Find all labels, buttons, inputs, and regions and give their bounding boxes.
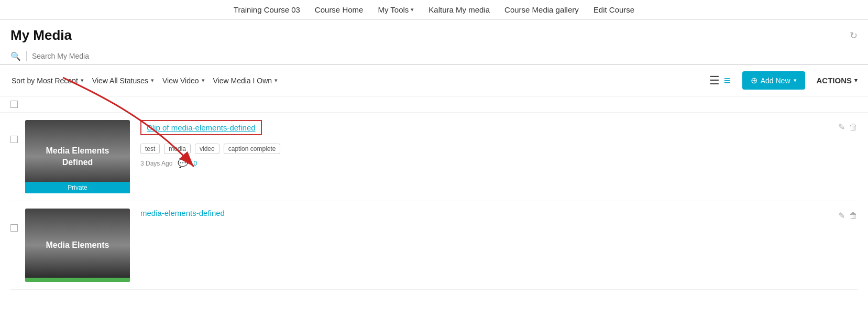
edit-icon-1[interactable]: ✎ bbox=[838, 122, 845, 132]
search-divider bbox=[26, 51, 27, 61]
nav-kaltura-my-media[interactable]: Kaltura My media bbox=[428, 5, 490, 14]
thumbnail-badge-1: Private bbox=[25, 182, 130, 193]
sort-filter[interactable]: Sort by Most Recent ▾ bbox=[10, 74, 85, 87]
nav-training-course[interactable]: Training Course 03 bbox=[234, 5, 300, 14]
comment-icon-1: 💬 bbox=[178, 158, 188, 168]
type-filter[interactable]: View Video ▾ bbox=[161, 74, 206, 87]
media-info-2: media-elements-defined bbox=[140, 209, 833, 223]
media-title-link-1[interactable]: Clip of media-elements-defined bbox=[140, 120, 262, 135]
media-thumbnail-2[interactable]: Media Elements bbox=[25, 209, 130, 282]
add-new-plus-icon: ⊕ bbox=[751, 75, 757, 85]
thumbnail-title-1: Media ElementsDefined bbox=[41, 140, 115, 174]
ownership-filter[interactable]: View Media I Own ▾ bbox=[212, 74, 279, 87]
select-all-row bbox=[0, 96, 868, 113]
media-info-1: Clip of media-elements-defined test medi… bbox=[140, 120, 833, 168]
thumbnail-title-2: Media Elements bbox=[41, 234, 115, 256]
delete-icon-1[interactable]: 🗑 bbox=[849, 123, 858, 132]
status-chevron: ▾ bbox=[151, 77, 154, 84]
media-age-1: 3 Days Ago bbox=[140, 160, 172, 167]
sort-chevron: ▾ bbox=[81, 77, 84, 84]
refresh-icon[interactable]: ↻ bbox=[850, 30, 858, 41]
actions-button[interactable]: ACTIONS ▾ bbox=[817, 76, 858, 85]
page-header: My Media ↻ bbox=[0, 20, 868, 48]
search-bar: 🔍 bbox=[0, 48, 868, 65]
item-checkbox-2[interactable] bbox=[10, 224, 18, 232]
top-navigation: Training Course 03 Course Home My Tools … bbox=[0, 0, 868, 20]
table-row: Media ElementsDefined Private Clip of me… bbox=[10, 113, 858, 201]
media-actions-2: ✎ 🗑 bbox=[838, 211, 858, 221]
select-all-checkbox[interactable] bbox=[10, 101, 18, 108]
tag-test[interactable]: test bbox=[140, 144, 160, 154]
nav-my-tools[interactable]: My Tools ▾ bbox=[378, 5, 414, 14]
search-icon: 🔍 bbox=[10, 51, 21, 61]
delete-icon-2[interactable]: 🗑 bbox=[849, 211, 858, 221]
media-actions-1: ✎ 🗑 bbox=[838, 122, 858, 132]
tag-caption-complete[interactable]: caption complete bbox=[224, 144, 281, 154]
status-filter[interactable]: View All Statuses ▾ bbox=[91, 74, 155, 87]
edit-icon-2[interactable]: ✎ bbox=[838, 211, 845, 221]
page-title: My Media bbox=[10, 27, 72, 43]
comment-count-1: 0 bbox=[193, 160, 197, 167]
search-input[interactable] bbox=[32, 52, 858, 60]
media-tags-1: test media video caption complete bbox=[140, 144, 833, 154]
compact-view-icon[interactable]: ☰ bbox=[709, 74, 720, 88]
type-chevron: ▾ bbox=[202, 77, 205, 84]
my-tools-chevron: ▾ bbox=[411, 6, 414, 13]
media-thumbnail-1[interactable]: Media ElementsDefined Private bbox=[25, 120, 130, 193]
add-new-button[interactable]: ⊕ Add New ▾ bbox=[742, 71, 805, 90]
page-content: My Media ↻ 🔍 Sort by Most Recent ▾ View … bbox=[0, 20, 868, 290]
ownership-chevron: ▾ bbox=[274, 77, 278, 84]
tag-video[interactable]: video bbox=[195, 144, 219, 154]
nav-course-media-gallery[interactable]: Course Media gallery bbox=[504, 5, 579, 14]
table-row: Media Elements media-elements-defined ✎ … bbox=[10, 201, 858, 290]
filters-row: Sort by Most Recent ▾ View All Statuses … bbox=[0, 65, 868, 96]
thumbnail-badge-2 bbox=[25, 278, 130, 282]
media-title-link-2[interactable]: media-elements-defined bbox=[140, 209, 225, 217]
detailed-view-icon[interactable]: ≡ bbox=[724, 74, 731, 88]
media-list: Media ElementsDefined Private Clip of me… bbox=[0, 113, 868, 290]
actions-chevron: ▾ bbox=[854, 77, 858, 84]
nav-course-home[interactable]: Course Home bbox=[315, 5, 364, 14]
media-meta-1: 3 Days Ago 💬 0 bbox=[140, 158, 833, 168]
tag-media[interactable]: media bbox=[164, 144, 191, 154]
view-icons: ☰ ≡ bbox=[709, 74, 731, 88]
nav-edit-course[interactable]: Edit Course bbox=[594, 5, 634, 14]
item-checkbox-1[interactable] bbox=[10, 136, 18, 143]
add-new-chevron: ▾ bbox=[794, 77, 797, 84]
